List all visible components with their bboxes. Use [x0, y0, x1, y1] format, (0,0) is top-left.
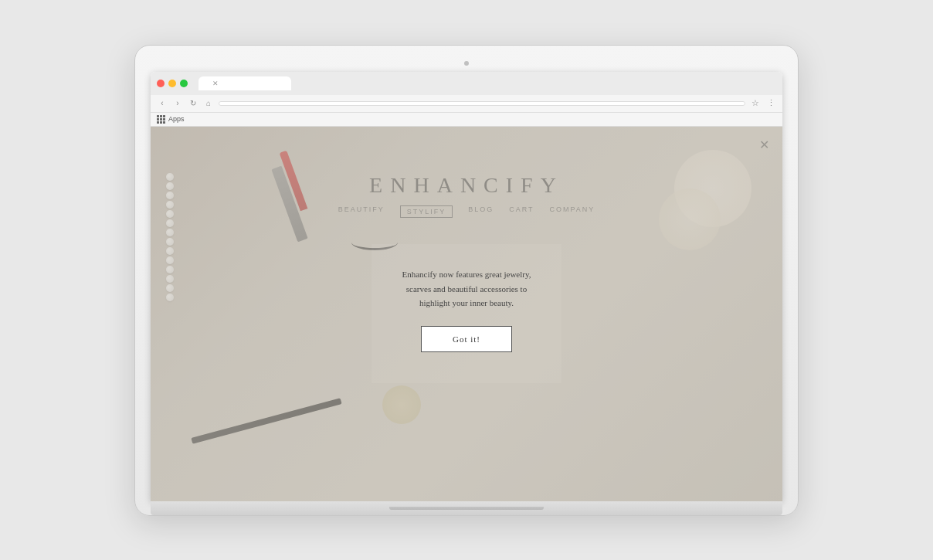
laptop-hinge — [389, 507, 544, 510]
laptop-shell: ✕ ‹ › ↻ ⌂ ☆ ⋮ Apps — [134, 45, 799, 516]
modal-text: Enhancify now features great jewelry, sc… — [402, 267, 531, 311]
laptop-base — [151, 501, 782, 515]
browser-chrome: ✕ — [151, 72, 782, 95]
modal-content: Enhancify now features great jewelry, sc… — [372, 244, 562, 383]
browser-controls-bar: ‹ › ↻ ⌂ ☆ ⋮ — [151, 95, 782, 113]
browser-window: ✕ ‹ › ↻ ⌂ ☆ ⋮ Apps — [151, 72, 782, 501]
apps-label[interactable]: Apps — [168, 115, 185, 123]
forward-button[interactable]: › — [172, 98, 183, 109]
website-content: ✕ ENHANCIFY BEAUTIFY STYLIFY BLOG CART C… — [151, 127, 782, 501]
minimize-traffic-light[interactable] — [168, 80, 176, 87]
browser-tab[interactable]: ✕ — [198, 76, 291, 90]
menu-icon[interactable]: ⋮ — [765, 98, 776, 109]
bookmarks-bar: Apps — [151, 113, 782, 127]
modal-text-line3: highlight your inner beauty. — [419, 298, 514, 307]
modal-overlay: Enhancify now features great jewelry, sc… — [151, 127, 782, 501]
close-traffic-light[interactable] — [157, 80, 165, 87]
apps-grid-icon — [157, 115, 165, 124]
tab-close-icon[interactable]: ✕ — [212, 80, 219, 87]
home-button[interactable]: ⌂ — [203, 98, 214, 109]
laptop-camera — [464, 61, 469, 66]
got-it-button[interactable]: Got it! — [421, 326, 512, 352]
address-bar[interactable] — [219, 101, 745, 106]
reload-button[interactable]: ↻ — [188, 98, 198, 109]
back-button[interactable]: ‹ — [157, 98, 168, 109]
modal-text-line1: Enhancify now features great jewelry, — [402, 270, 531, 279]
modal-text-line2: scarves and beautiful accessories to — [406, 284, 527, 294]
bookmark-icon[interactable]: ☆ — [750, 98, 761, 109]
maximize-traffic-light[interactable] — [180, 80, 188, 87]
traffic-lights — [157, 80, 188, 87]
